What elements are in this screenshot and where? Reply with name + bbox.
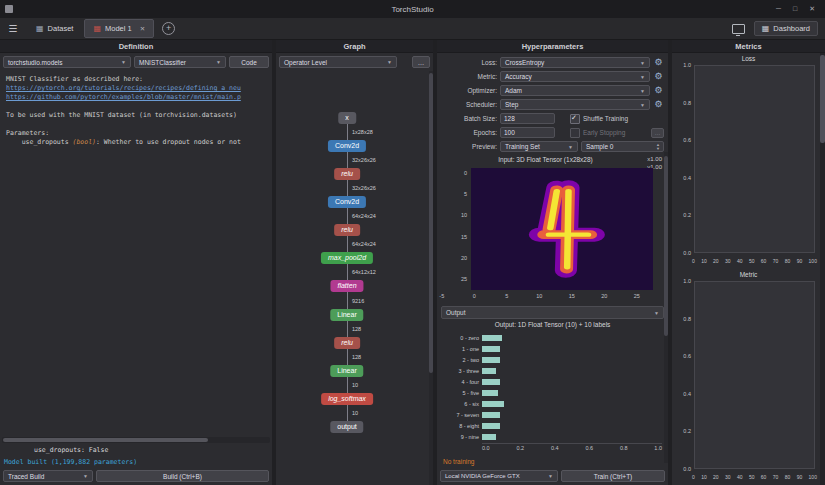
train-button[interactable]: Train (Ctrl+T) bbox=[561, 470, 665, 482]
gear-icon[interactable]: ⚙ bbox=[653, 71, 664, 82]
gear-icon[interactable]: ⚙ bbox=[653, 99, 664, 110]
loss-plot-area[interactable] bbox=[694, 65, 815, 253]
metrics-scrollbar[interactable] bbox=[820, 53, 825, 485]
batch-size-input[interactable]: 128 bbox=[500, 113, 555, 124]
sample-spinner[interactable]: Sample 0 ▲▼ bbox=[581, 141, 664, 152]
build-button[interactable]: Build (Ctrl+B) bbox=[96, 470, 269, 482]
tick-label: 60 bbox=[761, 474, 767, 480]
graph-node-Conv2d[interactable]: Conv2d bbox=[328, 196, 366, 208]
tick-label: 20 bbox=[461, 255, 467, 261]
doc-line[interactable]: https://github.com/pytorch/examples/blob… bbox=[6, 93, 266, 102]
graph-node-flatten[interactable]: flatten bbox=[330, 280, 363, 292]
output-section-header[interactable]: Output ▼ bbox=[441, 306, 664, 319]
metrics-scrollbar-thumb[interactable] bbox=[820, 55, 825, 143]
horizontal-scrollbar[interactable] bbox=[2, 437, 270, 443]
chevron-down-icon: ▼ bbox=[640, 102, 645, 108]
tick-label: 0.0 bbox=[482, 445, 490, 451]
output-bar-label: 6 - six bbox=[441, 401, 482, 407]
chevron-down-icon: ▼ bbox=[216, 59, 221, 65]
horizontal-scrollbar-thumb[interactable] bbox=[3, 438, 208, 442]
code-button[interactable]: Code bbox=[229, 56, 269, 68]
input-preview-chart: Input: 3D Float Tensor (1x28x28) x1.00 y… bbox=[441, 156, 664, 304]
hyperparameters-scrollbar[interactable] bbox=[664, 152, 668, 463]
gear-icon[interactable]: ⚙ bbox=[653, 85, 664, 96]
scheduler-dropdown[interactable]: Step ▼ bbox=[500, 99, 650, 110]
doc-line[interactable]: https://pytorch.org/tutorials/recipes/re… bbox=[6, 84, 266, 93]
minimize-button[interactable]: ─ bbox=[776, 5, 781, 13]
epochs-input[interactable]: 100 bbox=[500, 127, 555, 138]
loss-dropdown[interactable]: CrossEntropy ▼ bbox=[500, 57, 650, 68]
graph-scrollbar[interactable] bbox=[429, 71, 433, 485]
tick-label: 15 bbox=[569, 293, 575, 299]
gear-icon[interactable]: ⚙ bbox=[653, 57, 664, 68]
tick-label: 0 bbox=[464, 170, 467, 176]
tick-label: 1.0 bbox=[683, 278, 691, 284]
output-bar-label: 9 - nine bbox=[441, 434, 482, 440]
tick-label: 0 bbox=[473, 293, 476, 299]
graph-panel-title: Graph bbox=[276, 40, 433, 53]
preview-row: Preview: Training Set ▼ Sample 0 ▲▼ bbox=[441, 140, 664, 153]
tick-label: 0.2 bbox=[516, 445, 524, 451]
shuffle-training-checkbox[interactable] bbox=[570, 114, 580, 124]
epochs-value: 100 bbox=[504, 129, 515, 136]
tick-label: 0.4 bbox=[551, 445, 559, 451]
graph-scrollbar-thumb[interactable] bbox=[429, 73, 433, 373]
model-graph-canvas[interactable]: x1x28x28Conv2d32x26x26relu32x26x26Conv2d… bbox=[276, 71, 433, 485]
output-bar bbox=[482, 368, 496, 374]
tab-model-1[interactable]: ▦ Model 1 ✕ bbox=[84, 19, 154, 38]
tick-label: 70 bbox=[773, 258, 779, 264]
graph-node-Linear[interactable]: Linear bbox=[330, 365, 363, 377]
metrics-panel-title: Metrics bbox=[672, 40, 825, 53]
optimizer-dropdown[interactable]: Adam ▼ bbox=[500, 85, 650, 96]
tick-label: 60 bbox=[761, 258, 767, 264]
doc-line bbox=[6, 102, 266, 111]
metric-dropdown[interactable]: Accuracy ▼ bbox=[500, 71, 650, 82]
tick-label: 10 bbox=[701, 474, 707, 480]
tab-dataset-label: Dataset bbox=[48, 24, 74, 33]
operator-level-dropdown[interactable]: Operator Level ▼ bbox=[279, 56, 397, 68]
output-bar-row: 8 - eight bbox=[441, 420, 660, 431]
doc-line: MNIST Classifier as described here: bbox=[6, 75, 266, 84]
graph-node-Linear[interactable]: Linear bbox=[330, 309, 363, 321]
spinner-arrows-icon[interactable]: ▲▼ bbox=[656, 143, 660, 151]
device-dropdown[interactable]: Local NVIDIA GeForce GTX ▼ bbox=[440, 470, 558, 482]
graph-edge-shape-label: 32x26x26 bbox=[352, 185, 376, 191]
preview-set-dropdown[interactable]: Training Set ▼ bbox=[500, 141, 578, 152]
metric-plot-area[interactable] bbox=[694, 281, 815, 469]
graph-node-relu[interactable]: relu bbox=[334, 168, 360, 180]
tab-dataset[interactable]: ▦ Dataset bbox=[28, 20, 81, 37]
digit-heatmap[interactable] bbox=[471, 168, 653, 290]
hyperparameters-panel-title: Hyperparameters bbox=[437, 40, 668, 53]
monitor-icon[interactable] bbox=[732, 24, 745, 34]
scheduler-value: Step bbox=[505, 101, 518, 108]
close-tab-icon[interactable]: ✕ bbox=[140, 25, 145, 33]
graph-node-relu[interactable]: relu bbox=[334, 224, 360, 236]
graph-node-Conv2d[interactable]: Conv2d bbox=[328, 140, 366, 152]
close-button[interactable]: ✕ bbox=[809, 5, 815, 13]
maximize-button[interactable]: □ bbox=[793, 5, 797, 13]
build-mode-dropdown[interactable]: Traced Build ▼ bbox=[3, 470, 93, 482]
menu-icon[interactable]: ☰ bbox=[5, 23, 21, 34]
graph-node-max_pool2d[interactable]: max_pool2d bbox=[321, 252, 373, 264]
graph-node-x[interactable]: x bbox=[338, 112, 356, 124]
graph-edge-line bbox=[347, 118, 348, 427]
graph-more-button[interactable]: … bbox=[412, 56, 430, 68]
add-tab-button[interactable]: + bbox=[162, 22, 175, 35]
module-dropdown[interactable]: torchstudio.models ▼ bbox=[3, 56, 131, 68]
metrics-panel: Metrics Loss 1.00.80.60.40.20.0 01020304… bbox=[672, 40, 825, 485]
model-class-dropdown[interactable]: MNISTClassifier ▼ bbox=[134, 56, 226, 68]
doc-line: use_dropouts (bool): Whether to use drop… bbox=[6, 138, 266, 147]
hyperparameters-scrollbar-thumb[interactable] bbox=[664, 156, 668, 336]
graph-node-output[interactable]: output bbox=[330, 421, 363, 433]
tick-label: 0.0 bbox=[683, 250, 691, 256]
early-stopping-checkbox[interactable] bbox=[570, 128, 580, 138]
early-stopping-more-button[interactable]: … bbox=[651, 128, 664, 138]
param-state-row[interactable]: use_dropouts: False bbox=[0, 443, 272, 456]
graph-node-log_softmax[interactable]: log_softmax bbox=[321, 393, 373, 405]
graph-node-relu[interactable]: relu bbox=[334, 337, 360, 349]
scheduler-label: Scheduler: bbox=[441, 101, 497, 108]
tick-label: 80 bbox=[785, 258, 791, 264]
output-bar-label: 0 - zero bbox=[441, 335, 482, 341]
dashboard-button[interactable]: ▦ Dashboard bbox=[754, 21, 818, 36]
output-bar-row: 5 - five bbox=[441, 387, 660, 398]
